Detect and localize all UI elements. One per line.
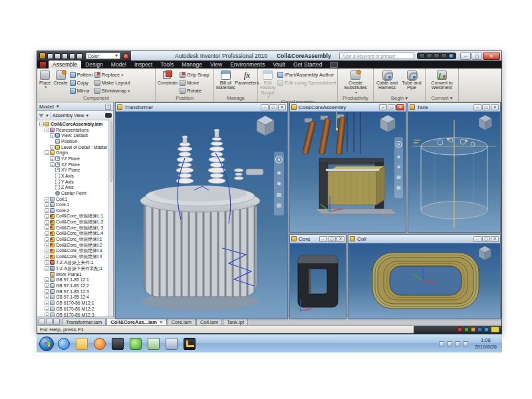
place-button[interactable]: Place▾ [39,70,52,90]
viewcube[interactable] [479,246,491,260]
hidden-icons-icon[interactable] [439,341,444,346]
tree-item[interactable]: +Coil&Core_铁轭绝缘L:3 [37,225,108,231]
edit-factory-scope-button[interactable]: Edit Factory Scope▾ [259,70,276,99]
tree-expander-icon[interactable]: + [45,237,49,242]
tree-expander-icon[interactable]: + [45,208,49,213]
maximize-button[interactable]: ▢ [471,53,482,60]
tree-expander-icon[interactable]: + [45,202,49,207]
title-bar[interactable]: Color ▼ Autodesk Inventor Professional 2… [37,51,501,61]
tree-expander-icon[interactable]: + [45,197,49,201]
restore-button[interactable]: ▢ [482,236,490,242]
tree-item[interactable]: +T-Z-A器身上夹件:1 [37,260,108,266]
tree-item[interactable]: +View: Default [37,132,108,138]
tab-list-icon[interactable] [39,319,45,325]
messenger-icon[interactable] [130,338,142,350]
close-tab-icon[interactable]: × [160,320,163,325]
tree-item[interactable]: +Coil&Core_铁轭绝缘L:2 [37,219,108,225]
tree-item[interactable]: Z Axis [37,185,108,191]
inventor-icon[interactable] [184,338,196,350]
tree-item[interactable]: +GB 97.1-85 12:1 [37,277,108,283]
browser-header[interactable]: Model ▼ ? [37,102,113,111]
tube-pipe-button[interactable]: Tube and Pipe [400,70,423,90]
minimize-ribbon-icon[interactable] [330,62,338,68]
core-3d-canvas[interactable] [290,243,346,319]
restore-button[interactable]: ▢ [269,104,277,110]
close-button[interactable]: ✕ [483,53,500,60]
tree-expander-icon[interactable]: + [45,295,49,299]
tree-item[interactable]: +GB 97.1-85 12:4 [37,295,108,301]
save-icon[interactable] [62,53,68,59]
tree-item[interactable]: Center Point [37,190,108,196]
tree-item[interactable]: +Coil&Core_铁轭绝缘I:2 [37,242,108,248]
help-icon[interactable] [448,53,454,59]
tree-item[interactable]: +Core:2 [37,207,108,213]
coil-3d-canvas[interactable] [348,243,500,319]
tree-scrollbar[interactable] [108,120,113,317]
bill-of-materials-button[interactable]: Bill of Materials [215,70,235,90]
convert-weldment-button[interactable]: Convert to Weldment [428,70,456,90]
wrench-icon[interactable] [426,53,432,59]
tree-item[interactable]: XY Plane [37,168,108,174]
open-file-icon[interactable] [55,53,61,59]
close-button[interactable]: ✕ [278,104,286,110]
group-label-productivity[interactable]: Productivity [338,95,373,102]
search-input[interactable]: Type a keyword or phrase [339,53,414,59]
tree-expander-icon[interactable]: − [45,128,49,132]
tree-expander-icon[interactable]: + [45,220,49,225]
ribbon-tab-assemble[interactable]: Assemble [49,61,81,68]
rotate-button[interactable]: Rotate [180,86,209,94]
copy-button[interactable]: Copy [70,78,93,86]
tree-item[interactable]: +GB 97.1-85 12:3 [37,289,108,295]
ribbon-tab-get-started[interactable]: Get Started [289,61,326,68]
restore-button[interactable]: ▢ [388,104,396,110]
ribbon-tab-tools[interactable]: Tools [156,61,178,68]
tree-item[interactable]: +Coil&Core_铁轭绝缘L:4 [37,231,108,237]
ribbon-tab-model[interactable]: Model [107,61,130,68]
minimize-button[interactable]: – [319,236,327,242]
network-icon[interactable] [477,327,482,332]
tree-scrollbar-thumb[interactable] [110,122,112,182]
tree-item[interactable]: +XZ Plane [37,162,108,168]
update-styles-icon[interactable] [123,53,129,59]
tree-expander-icon[interactable]: + [45,249,49,253]
close-button[interactable]: ✕ [396,104,404,110]
tree-expander-icon[interactable]: − [39,122,44,126]
shrinkwrap-button[interactable]: Shrinkwrap▾ [94,86,130,94]
pattern-button[interactable]: Pattern [70,70,93,78]
close-button[interactable]: ✕ [491,104,499,110]
security-icon[interactable] [458,327,462,332]
tree-item[interactable]: Work Plane1 [37,271,108,277]
tree-item[interactable]: +Coil:1 [37,196,108,202]
tree-expander-icon[interactable]: + [45,301,49,305]
ribbon-tab-vault[interactable]: Vault [269,61,289,68]
constrain-button[interactable]: Constrain [157,70,178,85]
help-icon[interactable] [484,327,489,332]
ribbon-tab-manage[interactable]: Manage [178,61,206,68]
start-orb[interactable] [39,336,54,351]
graphics-icon[interactable] [471,327,475,332]
document-tab[interactable]: Transformer.iam [62,318,106,325]
group-label-component[interactable]: Component [37,95,155,102]
group-label-convert[interactable]: Convert ▾ [426,95,458,102]
viewport-core-titlebar[interactable]: Core – ▢ ✕ [290,235,346,243]
ribbon-tab-inspect[interactable]: Inspect [130,61,156,68]
replace-button[interactable]: Replace▾ [94,70,130,78]
viewcube[interactable] [479,115,492,130]
create-substitutes-button[interactable]: Create Substitutes▾ [341,70,370,94]
tree-item[interactable]: −Representations [37,127,108,133]
prev-doc-icon[interactable] [46,319,53,325]
tree-item[interactable]: +T-Z-A器身下夹件装配:1 [37,265,108,271]
undo-icon[interactable] [69,53,75,59]
tree-item[interactable]: +YZ Plane [37,156,108,162]
tree-expander-icon[interactable]: + [50,162,55,167]
tree-expander-icon[interactable]: + [45,225,49,230]
photo-viewer-icon[interactable] [112,338,124,350]
onenote-icon[interactable] [166,338,178,350]
search-settings-icon[interactable] [419,53,425,59]
group-label-position[interactable]: Position [156,95,213,102]
tree-expander-icon[interactable]: + [45,307,49,311]
close-button[interactable]: ✕ [491,236,499,242]
close-button[interactable]: ✕ [336,236,344,242]
tree-item[interactable]: +Coil&Core_铁轭绝缘I:3 [37,248,108,254]
filter-icon[interactable] [39,114,44,118]
